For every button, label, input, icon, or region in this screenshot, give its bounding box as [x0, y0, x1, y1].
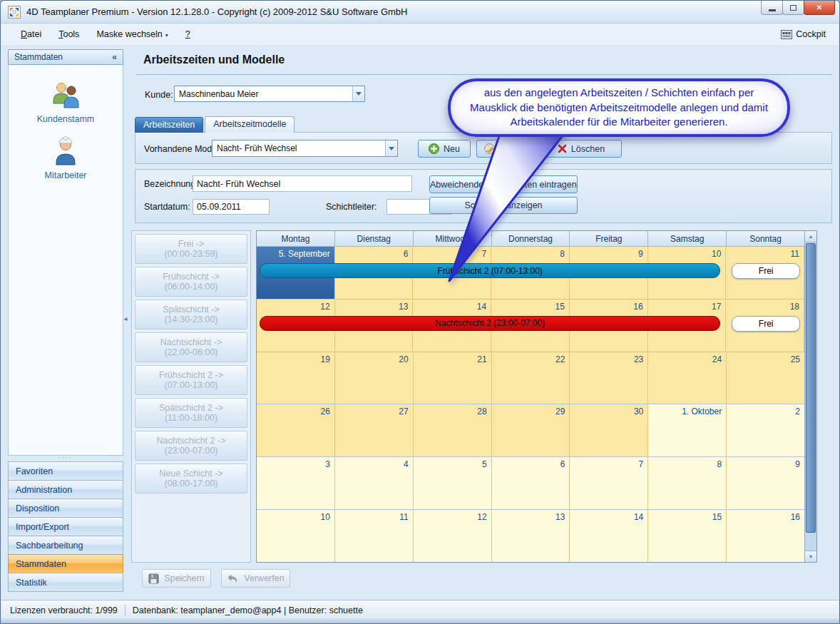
- calendar-week-row: 12131415161718Nachtschicht 2 (23:00-07:0…: [257, 300, 804, 352]
- shift-button-nachtschicht[interactable]: Nachtschicht ->(22:00-06:00): [135, 332, 247, 362]
- sidebar-header[interactable]: Stammdaten «: [8, 49, 123, 65]
- cockpit-button[interactable]: Cockpit: [778, 27, 829, 41]
- scrollbar-thumb[interactable]: [806, 243, 816, 533]
- abweichende-arbeitszeiten-button[interactable]: Abweichende Arbeitszeiten eintragen...: [429, 175, 578, 193]
- kunde-combobox[interactable]: Maschinenbau Meier: [174, 86, 365, 102]
- calendar-day-cell[interactable]: 7: [570, 457, 648, 509]
- loeschen-button[interactable]: Löschen: [541, 140, 622, 158]
- calendar-day-cell[interactable]: 26: [257, 404, 335, 456]
- verwerfen-button[interactable]: Verwerfen: [221, 569, 290, 588]
- calendar-day-cell[interactable]: 2: [727, 404, 804, 456]
- calendar-day-cell[interactable]: 19: [257, 352, 335, 404]
- calendar-day-cell[interactable]: 11: [335, 510, 414, 562]
- shift-time: (00:00-23:59): [164, 249, 217, 259]
- sidebar-item-disposition[interactable]: Disposition: [8, 498, 123, 518]
- shift-time: (11:00-18:00): [165, 413, 217, 423]
- splitter-collapse-arrow-icon[interactable]: ◄: [123, 314, 128, 324]
- scroll-down-icon[interactable]: ▼: [805, 551, 816, 562]
- frei-button[interactable]: Frei: [732, 263, 800, 279]
- aendern-label: Ändern: [499, 144, 528, 154]
- sidebar-item-favoriten[interactable]: Favoriten: [8, 461, 123, 481]
- menu-item-datei[interactable]: Datei: [14, 27, 48, 41]
- model-combobox[interactable]: Nacht- Früh Wechsel: [212, 140, 398, 157]
- schichten-anzeigen-button[interactable]: Schichten anzeigen: [429, 197, 578, 214]
- menu-item-[interactable]: ?: [179, 27, 197, 41]
- shift-time: (14:30-23:00): [164, 314, 217, 324]
- neu-button[interactable]: Neu: [418, 140, 471, 158]
- shift-time: (08:00-17:00): [164, 479, 217, 489]
- calendar-day-cell[interactable]: 28: [414, 404, 492, 456]
- shift-button-frei[interactable]: Frei ->(00:00-23:59): [135, 234, 247, 264]
- calendar-day-cell[interactable]: 20: [335, 352, 414, 404]
- calendar-day-cell[interactable]: 4: [335, 457, 414, 509]
- shift-name: Spätschicht ->: [163, 305, 220, 314]
- shift-bar-blue[interactable]: Frühschicht 2 (07:00-13:00): [260, 263, 720, 278]
- dropdown-arrow-icon[interactable]: [385, 140, 397, 156]
- menu-item-maske-wechseln[interactable]: Maske wechseln▾: [90, 27, 174, 41]
- sidebar-item-import-export[interactable]: Import/Export: [8, 517, 123, 536]
- undo-arrow-icon: [227, 574, 239, 583]
- sidebar-item-stammdaten[interactable]: Stammdaten: [8, 554, 123, 573]
- calendar-day-cell[interactable]: 15: [648, 510, 727, 562]
- shift-button-fruehschicht[interactable]: Frühschicht ->(06:00-14:00): [135, 267, 247, 297]
- startdatum-label: Startdatum:: [144, 202, 190, 212]
- calendar-day-cell[interactable]: 27: [335, 404, 414, 456]
- sidebar-item-administration[interactable]: Administration: [8, 480, 123, 499]
- calendar-day-cell[interactable]: 14: [570, 510, 648, 562]
- abweichende-label: Abweichende Arbeitszeiten eintragen...: [430, 180, 577, 190]
- calendar-header-row: MontagDienstagMittwochDonnerstagFreitagS…: [257, 231, 804, 247]
- calendar-day-cell[interactable]: 10: [257, 510, 335, 562]
- calendar-day-cell[interactable]: 9: [727, 457, 804, 509]
- calendar-day-cell[interactable]: 3: [257, 457, 335, 509]
- shift-button-fruehschicht-2[interactable]: Frühschicht 2 ->(07:00-13:00): [135, 365, 247, 395]
- calendar-day-cell[interactable]: 25: [727, 352, 804, 404]
- startdatum-input[interactable]: [193, 199, 270, 215]
- day-header-samstag: Samstag: [648, 231, 727, 247]
- calendar-day-cell[interactable]: 22: [492, 352, 570, 404]
- maximize-button[interactable]: [782, 1, 804, 15]
- calendar-day-cell[interactable]: 8: [648, 457, 727, 509]
- title-bar: 4D Teamplaner Premium - Version 12.1.28.…: [1, 1, 839, 24]
- calendar-week-row: 26272829301. Oktober2: [257, 404, 804, 457]
- kunde-value: Maschinenbau Meier: [175, 89, 352, 99]
- shift-button-nachtschicht-2[interactable]: Nachtschicht 2 ->(23:00-07:00): [135, 431, 247, 461]
- menu-item-tools[interactable]: Tools: [52, 27, 86, 41]
- tab-arbeitszeiten[interactable]: Arbeitszeiten: [135, 117, 203, 133]
- calendar-day-cell[interactable]: 12: [414, 510, 492, 562]
- shift-button-spaetschicht[interactable]: Spätschicht ->(14:30-23:00): [135, 300, 247, 329]
- calendar-day-cell[interactable]: 29: [492, 404, 570, 456]
- shift-button-spaetschicht-2[interactable]: Spätschicht 2 ->(11:00-18:00): [135, 398, 247, 428]
- frei-button[interactable]: Frei: [732, 316, 800, 332]
- sidebar-item-statistik[interactable]: Statistik: [8, 573, 123, 592]
- calendar-day-cell[interactable]: 23: [570, 352, 648, 404]
- calendar-day-cell[interactable]: 1. Oktober: [648, 404, 727, 456]
- scroll-up-icon[interactable]: ▲: [805, 231, 816, 242]
- calendar-day-cell[interactable]: 5: [414, 457, 492, 509]
- shift-name: Frei ->: [178, 239, 204, 249]
- calendar-day-cell[interactable]: 13: [492, 510, 570, 562]
- speichern-button[interactable]: Speichern: [142, 569, 211, 588]
- close-button[interactable]: ✕: [804, 1, 835, 15]
- calendar-day-cell[interactable]: 21: [414, 352, 492, 404]
- calendar-day-cell[interactable]: 16: [727, 510, 804, 562]
- calendar-day-cell[interactable]: 24: [648, 352, 727, 404]
- calendar-day-cell[interactable]: 6: [492, 457, 570, 509]
- shift-time: (22:00-06:00): [164, 347, 217, 357]
- window-bottom-edge: [1, 618, 839, 623]
- calendar: MontagDienstagMittwochDonnerstagFreitagS…: [256, 230, 817, 563]
- calendar-scrollbar[interactable]: ▲ ▼: [804, 231, 816, 562]
- aendern-button[interactable]: Ändern: [476, 140, 536, 158]
- sidebar-item-kundenstamm[interactable]: Kundenstamm: [9, 81, 123, 124]
- collapse-chevrons-icon[interactable]: «: [112, 52, 117, 62]
- calendar-day-cell[interactable]: 30: [570, 404, 648, 456]
- close-icon: ✕: [816, 4, 822, 11]
- tab-arbeitszeitmodelle[interactable]: Arbeitszeitmodelle: [205, 116, 294, 133]
- minimize-button[interactable]: [761, 1, 783, 15]
- sidebar-item-mitarbeiter[interactable]: Mitarbeiter: [9, 135, 123, 180]
- dropdown-arrow-icon[interactable]: [352, 86, 364, 101]
- bezeichnung-input[interactable]: [193, 175, 412, 192]
- sidebar-item-sachbearbeitung[interactable]: Sachbearbeitung: [8, 536, 123, 555]
- shift-button-neue-schicht[interactable]: Neue Schicht ->(08:00-17:00): [135, 464, 247, 493]
- shift-bar-red[interactable]: Nachtschicht 2 (23:00-07:00): [260, 316, 720, 331]
- status-licenses: Lizenzen verbraucht: 1/999: [10, 605, 118, 615]
